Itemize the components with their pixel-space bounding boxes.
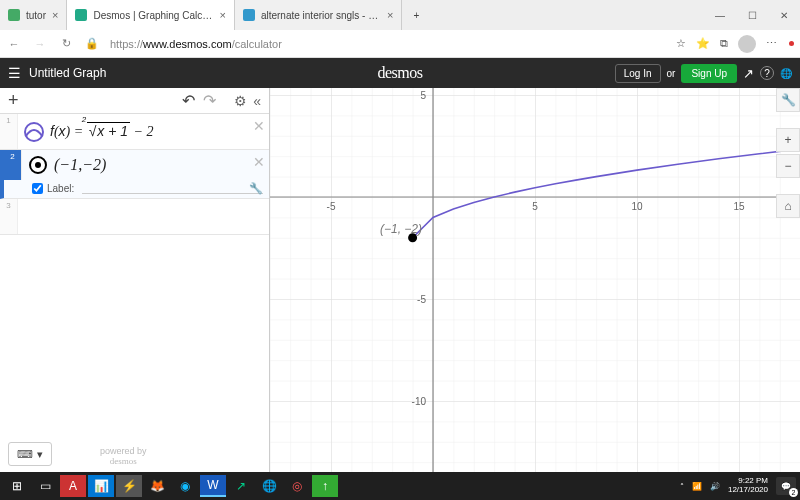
app-icon[interactable]: 🦊 xyxy=(144,475,170,497)
help-icon[interactable]: ? xyxy=(760,66,774,80)
app-icon[interactable]: ◎ xyxy=(284,475,310,497)
clock[interactable]: 9:22 PM 12/17/2020 xyxy=(728,477,768,495)
graph-svg: -5 5 10 15 5 -5 -10 (−1, −2) xyxy=(270,88,800,472)
wifi-icon[interactable]: 📶 xyxy=(692,482,702,491)
graph-title[interactable]: Untitled Graph xyxy=(29,66,106,80)
svg-point-0 xyxy=(25,123,43,141)
svg-text:5: 5 xyxy=(420,90,426,101)
tab-favicon xyxy=(8,9,20,21)
expression-math[interactable]: f(x) = 2√x + 1 − 2 xyxy=(50,123,154,140)
desmos-logo: desmos xyxy=(378,64,423,82)
options-icon[interactable]: 🔧 xyxy=(249,182,263,195)
notification-dot xyxy=(789,41,794,46)
redo-button[interactable]: ↷ xyxy=(203,91,216,110)
graph-settings-button[interactable]: 🔧 xyxy=(776,88,800,112)
lock-icon: 🔒 xyxy=(84,37,100,50)
zoom-out-button[interactable]: − xyxy=(776,154,800,178)
close-button[interactable]: ✕ xyxy=(768,0,800,30)
back-button[interactable]: ← xyxy=(6,38,22,50)
zoom-in-button[interactable]: + xyxy=(776,128,800,152)
expression-list: 1 f(x) = 2√x + 1 − 2 ✕ 2 (−1,−2) ✕ xyxy=(0,114,269,472)
app-icon[interactable]: W xyxy=(200,475,226,497)
svg-text:-10: -10 xyxy=(412,396,427,407)
app-icon[interactable]: 📊 xyxy=(88,475,114,497)
add-expression-button[interactable]: + xyxy=(8,90,19,111)
app-icon[interactable]: 🌐 xyxy=(256,475,282,497)
address-bar: ← → ↻ 🔒 https://www.desmos.com/calculato… xyxy=(0,30,800,58)
point-style-icon[interactable] xyxy=(29,156,47,174)
tab-favicon xyxy=(75,9,87,21)
row-index: 2 xyxy=(4,150,22,180)
app-icon[interactable]: A xyxy=(60,475,86,497)
menu-icon[interactable]: ☰ xyxy=(8,65,21,81)
delete-row-icon[interactable]: ✕ xyxy=(253,118,265,134)
start-button[interactable]: ⊞ xyxy=(4,475,30,497)
svg-text:-5: -5 xyxy=(417,294,426,305)
tab-favicon xyxy=(243,9,255,21)
favorite-icon[interactable]: ⭐ xyxy=(696,37,710,50)
powered-by: powered by desmos xyxy=(100,446,147,466)
reading-icon[interactable]: ☆ xyxy=(676,37,686,50)
home-button[interactable]: ⌂ xyxy=(776,194,800,218)
volume-icon[interactable]: 🔊 xyxy=(710,482,720,491)
settings-icon[interactable]: ⚙ xyxy=(234,93,247,109)
svg-text:-5: -5 xyxy=(327,201,336,212)
browser-tabstrip: tutor × Desmos | Graphing Calculator × a… xyxy=(0,0,800,30)
profile-avatar[interactable] xyxy=(738,35,756,53)
forward-button[interactable]: → xyxy=(32,38,48,50)
expression-math[interactable]: (−1,−2) xyxy=(54,156,106,174)
app-icon[interactable]: ◉ xyxy=(172,475,198,497)
delete-row-icon[interactable]: ✕ xyxy=(253,154,265,170)
refresh-button[interactable]: ↻ xyxy=(58,37,74,50)
label-checkbox[interactable] xyxy=(32,183,43,194)
collapse-icon[interactable]: « xyxy=(253,93,261,109)
point-label: (−1, −2) xyxy=(380,222,422,236)
expression-row[interactable]: 1 f(x) = 2√x + 1 − 2 ✕ xyxy=(0,114,269,150)
minimize-button[interactable]: — xyxy=(704,0,736,30)
maximize-button[interactable]: ☐ xyxy=(736,0,768,30)
app-icon[interactable]: ⚡ xyxy=(116,475,142,497)
close-icon[interactable]: × xyxy=(219,9,225,21)
close-icon[interactable]: × xyxy=(52,9,58,21)
app-icon[interactable]: ↑ xyxy=(312,475,338,497)
collections-icon[interactable]: ⧉ xyxy=(720,37,728,50)
tab-label: tutor xyxy=(26,10,46,21)
expression-row[interactable]: 3 xyxy=(0,199,269,235)
tab-label: alternate interior sngls - Bing xyxy=(261,10,381,21)
svg-text:10: 10 xyxy=(631,201,643,212)
window-controls: — ☐ ✕ xyxy=(704,0,800,30)
keyboard-toggle[interactable]: ⌨ ▾ xyxy=(8,442,52,466)
expression-panel: + ↶ ↷ ⚙ « 1 f(x) = 2√x + 1 − 2 ✕ xyxy=(0,88,270,472)
browser-tab[interactable]: Desmos | Graphing Calculator × xyxy=(67,0,234,30)
taskview-icon[interactable]: ▭ xyxy=(32,475,58,497)
curve-color-icon[interactable] xyxy=(24,122,44,142)
browser-tab[interactable]: alternate interior sngls - Bing × xyxy=(235,0,402,30)
close-icon[interactable]: × xyxy=(387,9,393,21)
notification-icon[interactable]: 💬 xyxy=(776,477,796,495)
graph-tools: 🔧 + − ⌂ xyxy=(776,88,800,218)
tab-label: Desmos | Graphing Calculator xyxy=(93,10,213,21)
svg-rect-2 xyxy=(270,88,800,472)
expression-row[interactable]: 2 (−1,−2) ✕ Label: 🔧 xyxy=(0,150,269,199)
expression-toolbar: + ↶ ↷ ⚙ « xyxy=(0,88,269,114)
or-label: or xyxy=(667,68,676,79)
label-text: Label: xyxy=(47,183,74,194)
row-index: 1 xyxy=(0,114,18,149)
url-input[interactable]: https://www.desmos.com/calculator xyxy=(110,38,666,50)
menu-icon[interactable]: ⋯ xyxy=(766,37,777,50)
app-icon[interactable]: ↗ xyxy=(228,475,254,497)
svg-text:15: 15 xyxy=(733,201,745,212)
app-header: ☰ Untitled Graph desmos Log In or Sign U… xyxy=(0,58,800,88)
tray-icon[interactable]: ˄ xyxy=(680,482,684,491)
graph-canvas[interactable]: -5 5 10 15 5 -5 -10 (−1, −2) 🔧 + − ⌂ xyxy=(270,88,800,472)
row-index: 3 xyxy=(0,199,18,234)
share-icon[interactable]: ↗ xyxy=(743,66,754,81)
login-button[interactable]: Log In xyxy=(615,64,661,83)
windows-taskbar: ⊞ ▭ A 📊 ⚡ 🦊 ◉ W ↗ 🌐 ◎ ↑ ˄ 📶 🔊 9:22 PM 12… xyxy=(0,472,800,500)
undo-button[interactable]: ↶ xyxy=(182,91,195,110)
signup-button[interactable]: Sign Up xyxy=(681,64,737,83)
browser-tab[interactable]: tutor × xyxy=(0,0,67,30)
label-input[interactable] xyxy=(82,182,263,194)
new-tab-button[interactable]: + xyxy=(402,0,430,30)
language-icon[interactable]: 🌐 xyxy=(780,68,792,79)
